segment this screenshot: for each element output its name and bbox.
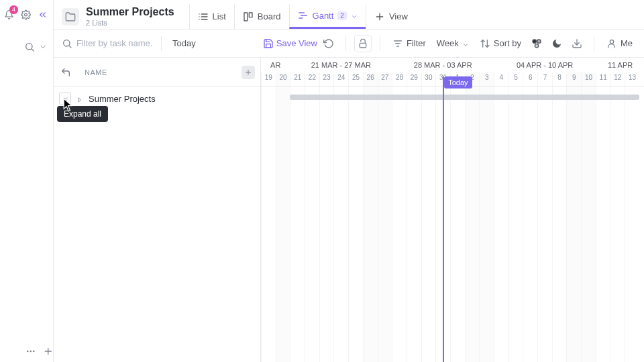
day-label: 5 bbox=[508, 72, 523, 87]
main-pane: Summer Projects 2 Lists List Board Gantt… bbox=[54, 0, 644, 362]
view-list[interactable]: List bbox=[189, 4, 234, 29]
today-line bbox=[443, 76, 444, 362]
sort-label: Sort by bbox=[494, 38, 521, 48]
lock-icon[interactable] bbox=[354, 35, 372, 52]
svg-point-31 bbox=[535, 44, 538, 47]
grid-column bbox=[276, 87, 290, 362]
caret-right-icon[interactable] bbox=[76, 95, 83, 102]
download-icon[interactable] bbox=[568, 35, 586, 52]
sort-button[interactable]: Sort by bbox=[476, 38, 525, 49]
project-row[interactable]: Summer Projects Expand all bbox=[54, 87, 260, 110]
me-label: Me bbox=[621, 38, 633, 48]
add-view-button[interactable]: View bbox=[366, 4, 416, 29]
day-label: 30 bbox=[421, 72, 436, 87]
gantt-count: 2 bbox=[337, 11, 347, 20]
cursor-icon bbox=[63, 98, 72, 110]
theme-icon[interactable] bbox=[548, 35, 566, 52]
grid-column bbox=[363, 87, 378, 362]
svg-rect-14 bbox=[244, 13, 248, 21]
day-label: 20 bbox=[276, 72, 290, 87]
view-gantt-label: Gantt bbox=[313, 11, 334, 21]
day-label: 26 bbox=[363, 72, 378, 87]
grid-column bbox=[610, 87, 625, 362]
grid-column bbox=[392, 87, 407, 362]
history-icon[interactable] bbox=[320, 35, 337, 52]
column-name-label: NAME bbox=[85, 68, 107, 76]
filter-button[interactable]: Filter bbox=[388, 38, 430, 49]
grid-column bbox=[494, 87, 508, 362]
day-label: 11 bbox=[596, 72, 610, 87]
page-subtitle: 2 Lists bbox=[86, 19, 174, 27]
grid-column bbox=[596, 87, 610, 362]
grid-column bbox=[625, 87, 639, 362]
view-gantt[interactable]: Gantt 2 bbox=[289, 4, 366, 29]
grid-column bbox=[407, 87, 421, 362]
grid-column bbox=[523, 87, 537, 362]
svg-point-29 bbox=[533, 40, 536, 43]
svg-point-1 bbox=[26, 44, 32, 50]
week-label: 11 APR bbox=[596, 58, 644, 72]
grid-column bbox=[261, 87, 276, 362]
grid-column bbox=[378, 87, 392, 362]
task-filter-input[interactable] bbox=[76, 38, 152, 48]
grid-column bbox=[566, 87, 581, 362]
outdent-icon[interactable] bbox=[60, 67, 71, 78]
left-rail: 4 bbox=[0, 0, 54, 362]
collapse-sidebar-icon[interactable] bbox=[38, 9, 48, 20]
grid-column bbox=[508, 87, 523, 362]
day-label: 3 bbox=[479, 72, 494, 87]
today-button[interactable]: Today bbox=[170, 38, 199, 48]
grid-column bbox=[537, 87, 552, 362]
filter-label: Filter bbox=[407, 38, 426, 48]
add-column-button[interactable] bbox=[241, 66, 255, 79]
day-label: 9 bbox=[566, 72, 581, 87]
view-board-label: Board bbox=[258, 11, 281, 21]
gantt-area[interactable]: AR21 MAR - 27 MAR28 MAR - 03 APR04 APR -… bbox=[261, 58, 644, 362]
view-list-label: List bbox=[213, 11, 226, 21]
notification-badge: 4 bbox=[9, 5, 18, 14]
svg-marker-36 bbox=[78, 98, 80, 102]
grid-column bbox=[319, 87, 334, 362]
gear-icon[interactable] bbox=[21, 9, 31, 20]
day-label: 13 bbox=[625, 72, 639, 87]
day-label: 6 bbox=[523, 72, 537, 87]
week-label: AR bbox=[261, 58, 290, 72]
me-filter[interactable]: Me bbox=[602, 38, 637, 49]
chevron-down-icon[interactable] bbox=[39, 43, 47, 51]
swatch-icon[interactable] bbox=[528, 35, 545, 52]
chevron-down-icon bbox=[462, 40, 469, 47]
more-icon[interactable] bbox=[25, 346, 36, 357]
grid-column bbox=[305, 87, 319, 362]
day-label: 27 bbox=[378, 72, 392, 87]
bell-icon[interactable]: 4 bbox=[4, 9, 14, 20]
day-label: 22 bbox=[305, 72, 319, 87]
plus-icon[interactable] bbox=[43, 346, 54, 357]
svg-point-0 bbox=[25, 13, 28, 16]
folder-icon[interactable] bbox=[62, 8, 79, 25]
day-label: 24 bbox=[333, 72, 348, 87]
day-label: 25 bbox=[348, 72, 363, 87]
gantt-bar[interactable] bbox=[290, 95, 639, 100]
today-badge: Today bbox=[444, 76, 472, 88]
chevron-down-icon bbox=[351, 12, 358, 19]
svg-rect-15 bbox=[249, 13, 252, 17]
grid-column bbox=[552, 87, 567, 362]
view-board[interactable]: Board bbox=[234, 4, 289, 29]
toolbar: Today Save View Filter Week Sort by bbox=[54, 29, 644, 58]
svg-rect-23 bbox=[360, 43, 366, 48]
day-label: 8 bbox=[552, 72, 567, 87]
grid-column bbox=[479, 87, 494, 362]
day-label: 28 bbox=[392, 72, 407, 87]
search-icon[interactable] bbox=[62, 38, 72, 49]
svg-line-2 bbox=[32, 49, 34, 51]
week-label: 21 MAR - 27 MAR bbox=[290, 58, 392, 72]
week-label: 04 APR - 10 APR bbox=[494, 58, 596, 72]
zoom-select[interactable]: Week bbox=[433, 38, 473, 48]
page-title: Summer Projects bbox=[86, 6, 174, 18]
zoom-label: Week bbox=[437, 38, 459, 48]
svg-point-21 bbox=[64, 40, 70, 46]
save-view-button[interactable]: Save View bbox=[263, 38, 317, 49]
day-label: 7 bbox=[537, 72, 552, 87]
search-icon[interactable] bbox=[24, 42, 35, 52]
task-list-pane: NAME Summer Projects Expand all bbox=[54, 58, 261, 362]
